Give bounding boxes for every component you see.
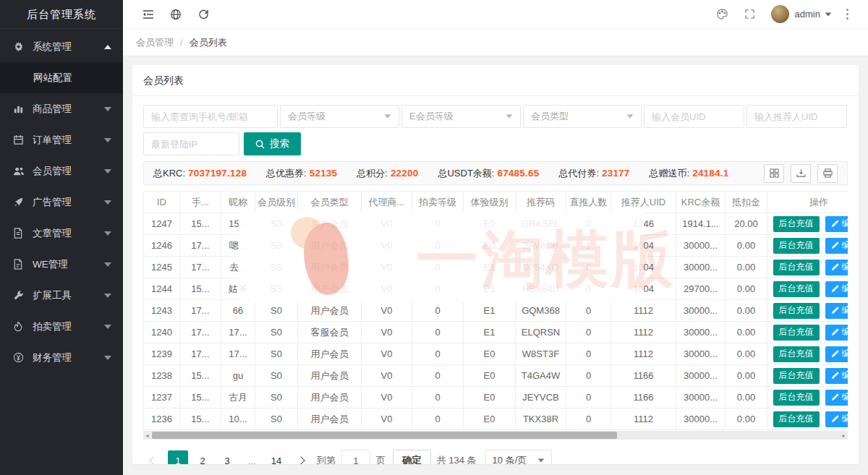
sidebar-item-system[interactable]: 系统管理 [0,31,123,62]
filter-row-2: 搜索 [143,132,848,155]
sidebar-item-members[interactable]: 会员管理 [0,155,123,187]
edit-button[interactable]: 编辑 [825,238,848,254]
page-button-14[interactable]: 14 [266,450,286,464]
edit-button[interactable]: 编辑 [825,260,848,275]
collapse-sidebar-icon[interactable] [135,0,162,29]
scroll-left-icon[interactable]: ◂ [143,431,151,440]
user-avatar[interactable] [771,5,789,23]
actions-cell: 后台充值编辑 [767,365,848,387]
sidebar-item-goods[interactable]: 商品管理 [0,93,123,124]
chevron-down-icon [104,138,111,142]
table-cell: S0 [255,365,298,387]
table-cell: 用户会员 [298,387,362,408]
refresh-icon[interactable] [190,0,217,29]
edit-button[interactable]: 编辑 [825,325,848,341]
recharge-button[interactable]: 后台充值 [773,238,820,254]
referrer-uid-input[interactable] [746,105,847,128]
edit-button[interactable]: 编辑 [825,346,848,362]
table-cell: 15... [180,387,221,408]
sidebar-item-label: 扩展工具 [33,289,104,302]
column-header: 体验级别 [464,192,516,213]
member-level-value: 会员等级 [288,110,326,123]
table-cell: S0 [255,343,298,365]
page-button-2[interactable]: 2 [192,450,213,464]
recharge-button[interactable]: 后台充值 [773,368,820,384]
theme-palette-icon[interactable] [709,0,736,29]
language-globe-icon[interactable] [162,0,190,29]
confirm-page-button[interactable]: 确定 [393,450,431,464]
recharge-button[interactable]: 后台充值 [773,303,820,319]
print-icon[interactable] [817,164,838,183]
member-level-select[interactable]: 会员等级 [280,105,399,128]
edit-button[interactable]: 编辑 [825,390,848,406]
table-cell: 30000... [676,322,726,343]
more-menu-icon[interactable] [836,0,858,29]
stat-item: 总USDT余额:67485.65 [438,167,539,180]
sidebar-item-we[interactable]: WE管理 [0,249,123,280]
recharge-button[interactable]: 后台充值 [773,390,820,406]
page-size-select[interactable]: 10 条/页 [485,450,552,464]
recharge-button[interactable]: 后台充值 [773,325,820,341]
table-cell: E1 [464,257,516,278]
page-button-1[interactable]: 1 [168,450,188,464]
prev-page-button[interactable] [143,450,163,464]
column-header: 抵扣金 [726,192,767,213]
edit-button[interactable]: 编辑 [825,216,848,232]
login-ip-input[interactable] [143,132,239,155]
table-cell: SS [255,257,298,278]
edit-button[interactable]: 编辑 [825,281,848,297]
table-cell: 30000... [676,387,726,408]
scroll-right-icon[interactable]: ▸ [840,431,848,440]
table-cell: E1 [464,278,516,300]
filter-row-1: 会员等级 E会员等级 会员类型 [143,105,848,128]
member-uid-input[interactable] [644,105,744,128]
edit-button-label: 编辑 [842,304,848,317]
table-cell: 0 [412,343,464,365]
horizontal-scrollbar[interactable]: ◂ ▸ [143,431,848,440]
chevron-down-icon [104,325,111,329]
sidebar-item-orders[interactable]: 订单管理 [0,124,123,155]
recharge-button[interactable]: 后台充值 [773,346,820,362]
breadcrumb-parent[interactable]: 会员管理 [136,36,174,49]
total-count-label: 共 134 条 [437,454,477,464]
sidebar-item-ads[interactable]: 广告管理 [0,187,123,218]
edit-button[interactable]: 编辑 [825,368,848,384]
table-cell: 0 [566,213,611,235]
member-type-select[interactable]: 会员类型 [523,105,642,128]
member-table-wrap: ID手...昵称会员级别会员类型代理商...拍卖等级体验级别推荐码直推人数推荐人… [143,191,848,430]
recharge-button[interactable]: 后台充值 [773,260,820,275]
sidebar-subitem-system[interactable]: 网站配置 [0,62,123,93]
search-button[interactable]: 搜索 [244,132,301,155]
user-menu[interactable]: admin [795,9,832,20]
sidebar-item-tools[interactable]: 扩展工具 [0,280,123,311]
table-cell: 0 [412,213,464,235]
search-button-label: 搜索 [270,137,289,150]
columns-grid-icon[interactable] [764,164,784,183]
page-button-3[interactable]: 3 [217,450,237,464]
export-icon[interactable] [791,164,811,183]
sidebar-item-finance[interactable]: 财务管理 [0,342,123,373]
table-cell: 30000... [676,365,726,387]
recharge-button[interactable]: 后台充值 [773,411,820,427]
phone-email-input[interactable] [143,105,278,128]
table-cell: 0 [566,343,611,365]
recharge-button[interactable]: 后台充值 [773,216,820,232]
fullscreen-icon[interactable] [736,0,764,29]
table-header-row: ID手...昵称会员级别会员类型代理商...拍卖等级体验级别推荐码直推人数推荐人… [144,192,848,213]
next-page-button[interactable] [291,450,311,464]
sidebar-item-articles[interactable]: 文章管理 [0,218,123,249]
edit-button[interactable]: 编辑 [825,303,848,319]
sidebar-item-auction[interactable]: 拍卖管理 [0,311,123,342]
edit-button[interactable]: 编辑 [825,411,848,427]
sidebar-item-label: 财务管理 [33,351,104,364]
e-member-level-select[interactable]: E会员等级 [401,105,521,128]
sidebar-item-label: 拍卖管理 [33,320,104,333]
goto-page-input[interactable] [341,450,370,464]
table-cell: V0 [362,387,412,408]
table-cell: 0 [566,387,611,408]
recharge-button[interactable]: 后台充值 [773,281,820,297]
stat-value: 52135 [310,168,338,179]
member-list-card: 会员列表 会员等级 E会员等级 会员类型 [132,65,859,464]
scrollbar-thumb[interactable] [152,432,617,439]
table-cell: V0 [362,343,412,365]
